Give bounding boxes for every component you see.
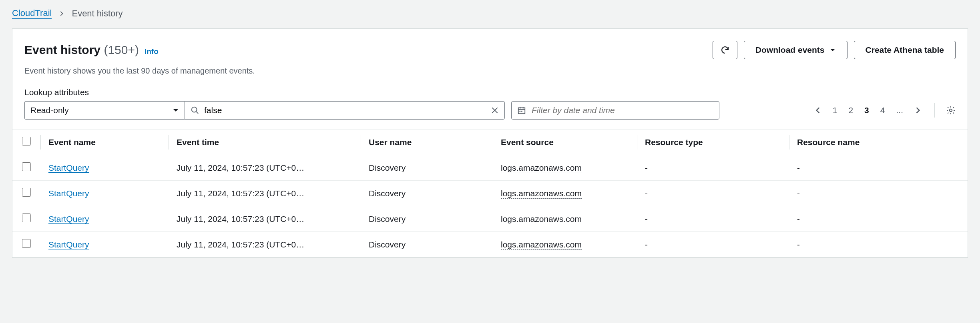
info-link[interactable]: Info [145, 47, 159, 56]
event-name-link[interactable]: StartQuery [48, 189, 89, 198]
user-name-cell: Discovery [361, 181, 493, 206]
pagination-divider [934, 103, 935, 118]
event-name-link[interactable]: StartQuery [48, 240, 89, 249]
breadcrumb: CloudTrail Event history [0, 0, 980, 28]
chevron-right-icon [59, 11, 64, 16]
user-name-cell: Discovery [361, 206, 493, 232]
caret-down-icon [173, 107, 179, 114]
events-table: Event name Event time User name Event so… [12, 129, 968, 257]
event-source-cell: logs.amazonaws.com [501, 240, 582, 250]
title-text: Event history [24, 43, 100, 56]
event-time-cell: July 11, 2024, 10:57:23 (UTC+0… [169, 155, 361, 181]
event-source-cell: logs.amazonaws.com [501, 214, 582, 224]
user-name-cell: Discovery [361, 232, 493, 257]
pagination-next[interactable] [914, 107, 922, 114]
page-2[interactable]: 2 [848, 106, 853, 115]
search-icon [191, 106, 199, 115]
resource-type-cell: - [637, 232, 789, 257]
resource-name-cell: - [789, 232, 968, 257]
date-filter-input[interactable] [532, 106, 713, 115]
resource-type-cell: - [637, 181, 789, 206]
page-title: Event history (150+) [24, 43, 139, 57]
page-3[interactable]: 3 [864, 106, 869, 115]
pagination: 1 2 3 4 ... [814, 103, 956, 118]
resource-name-cell: - [789, 206, 968, 232]
main-panel: Event history (150+) Info Download event… [12, 28, 968, 258]
refresh-button[interactable] [713, 41, 737, 59]
breadcrumb-root[interactable]: CloudTrail [12, 8, 52, 19]
title-count: (150+) [104, 43, 139, 56]
resource-name-cell: - [789, 181, 968, 206]
clear-icon[interactable] [491, 106, 499, 114]
table-row: StartQueryJuly 11, 2024, 10:57:23 (UTC+0… [12, 181, 968, 206]
event-source-cell: logs.amazonaws.com [501, 163, 582, 173]
create-athena-table-button[interactable]: Create Athena table [854, 41, 956, 59]
row-checkbox[interactable] [22, 239, 31, 248]
resource-type-cell: - [637, 155, 789, 181]
event-name-link[interactable]: StartQuery [48, 163, 89, 173]
resource-type-cell: - [637, 206, 789, 232]
event-time-cell: July 11, 2024, 10:57:23 (UTC+0… [169, 232, 361, 257]
event-time-cell: July 11, 2024, 10:57:23 (UTC+0… [169, 181, 361, 206]
event-time-cell: July 11, 2024, 10:57:23 (UTC+0… [169, 206, 361, 232]
date-filter[interactable] [511, 101, 719, 120]
resource-name-cell: - [789, 155, 968, 181]
pagination-prev[interactable] [814, 107, 821, 114]
event-name-link[interactable]: StartQuery [48, 214, 89, 224]
download-events-button[interactable]: Download events [744, 41, 847, 59]
calendar-icon [517, 106, 526, 115]
row-checkbox[interactable] [22, 188, 31, 197]
svg-point-0 [192, 107, 197, 112]
table-row: StartQueryJuly 11, 2024, 10:57:23 (UTC+0… [12, 232, 968, 257]
lookup-attribute-value: Read-only [30, 106, 69, 115]
caret-down-icon [829, 47, 836, 53]
breadcrumb-current: Event history [72, 8, 122, 19]
event-source-cell: logs.amazonaws.com [501, 189, 582, 199]
row-checkbox[interactable] [22, 162, 31, 171]
page-more[interactable]: ... [896, 106, 903, 115]
col-resource-type[interactable]: Resource type [637, 130, 789, 155]
col-event-name[interactable]: Event name [40, 130, 169, 155]
user-name-cell: Discovery [361, 155, 493, 181]
lookup-value-input-wrap[interactable] [185, 101, 505, 120]
lookup-value-input[interactable] [204, 106, 491, 115]
row-checkbox[interactable] [22, 213, 31, 222]
page-subtitle: Event history shows you the last 90 days… [24, 66, 956, 76]
table-row: StartQueryJuly 11, 2024, 10:57:23 (UTC+0… [12, 155, 968, 181]
download-label: Download events [755, 45, 825, 55]
lookup-attribute-select[interactable]: Read-only [24, 101, 185, 120]
svg-rect-3 [521, 111, 522, 112]
gear-icon[interactable] [946, 106, 956, 115]
page-4[interactable]: 4 [880, 106, 885, 115]
col-user-name[interactable]: User name [361, 130, 493, 155]
col-event-source[interactable]: Event source [493, 130, 637, 155]
page-1[interactable]: 1 [833, 106, 837, 115]
lookup-attributes-label: Lookup attributes [24, 88, 956, 97]
col-event-time[interactable]: Event time [169, 130, 361, 155]
refresh-icon [720, 45, 730, 55]
select-all-checkbox[interactable] [22, 137, 31, 146]
col-resource-name[interactable]: Resource name [789, 130, 968, 155]
svg-point-4 [950, 109, 952, 112]
table-row: StartQueryJuly 11, 2024, 10:57:23 (UTC+0… [12, 206, 968, 232]
svg-rect-2 [520, 111, 521, 112]
